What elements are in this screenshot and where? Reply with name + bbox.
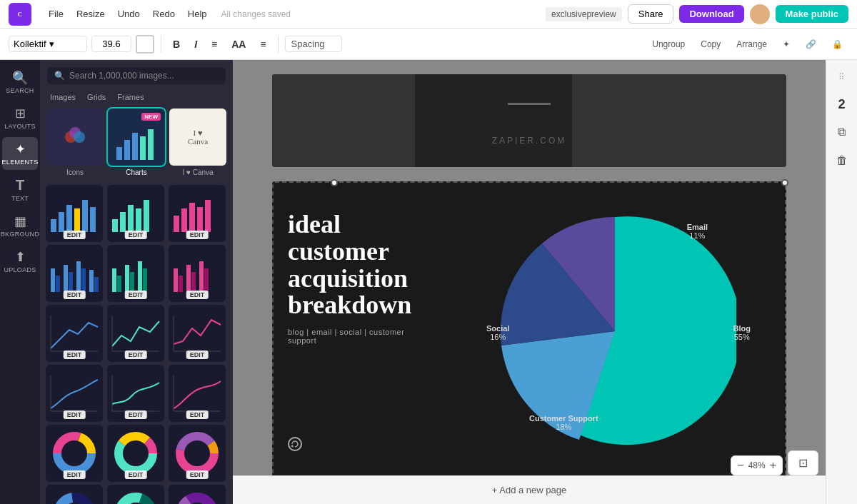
list-button[interactable]: ≡ — [255, 36, 271, 52]
lock-button[interactable]: 🔒 — [826, 37, 848, 51]
sidebar-item-text[interactable]: T TEXT — [2, 173, 38, 206]
element-charts[interactable]: NEW — [108, 109, 165, 166]
canvas-scroll[interactable]: ZAPIER.COM ideal customer acquisition br… — [233, 60, 826, 475]
element-canva[interactable]: I ♥Canva — [169, 109, 226, 166]
share-button[interactable]: Share — [628, 4, 674, 24]
bold-button[interactable]: B — [168, 36, 185, 52]
canva-logo[interactable]: C — [9, 3, 31, 26]
svg-rect-44 — [199, 261, 204, 292]
copy-button[interactable]: Copy — [695, 37, 726, 51]
edit-badge[interactable]: EDIT — [186, 291, 209, 299]
edit-badge[interactable]: EDIT — [186, 231, 209, 239]
edit-badge[interactable]: EDIT — [125, 351, 147, 359]
toolbar: Kollektif ▾ B I ≡ AA ≡ Spacing Ungroup C… — [0, 29, 857, 60]
edit-badge[interactable]: EDIT — [125, 410, 147, 419]
view-controls: ⊡ — [788, 450, 818, 475]
font-selector[interactable]: Kollektif ▾ — [9, 36, 87, 52]
chart-curve-blue[interactable]: EDIT — [46, 365, 103, 422]
slide-main[interactable]: ideal customer acquisition breakdown blo… — [272, 181, 786, 475]
svg-rect-29 — [69, 272, 73, 292]
chart-line-pink[interactable]: EDIT — [169, 305, 226, 362]
edit-badge[interactable]: EDIT — [186, 470, 209, 479]
spacing-control[interactable]: Spacing — [285, 36, 342, 52]
edit-badge[interactable]: EDIT — [64, 351, 86, 359]
search-box[interactable]: 🔍 — [47, 67, 226, 84]
label-customer-support: Customer Support 18% — [529, 414, 598, 431]
handle-tl[interactable] — [331, 179, 338, 186]
sidebar-item-background[interactable]: ▦ BKGROUND — [2, 209, 38, 242]
edit-badge[interactable]: EDIT — [125, 470, 147, 479]
edit-badge[interactable]: EDIT — [64, 291, 86, 299]
add-page-bar[interactable]: + Add a new page — [233, 475, 826, 504]
chart-thumbnails-grid: EDIT EDIT — [40, 182, 233, 504]
chart-bar2-green[interactable]: EDIT — [107, 245, 164, 302]
italic-button[interactable]: I — [189, 36, 202, 52]
download-button[interactable]: Download — [679, 5, 743, 23]
sidebar-item-elements[interactable]: ✦ ELEMENTS — [2, 137, 38, 170]
pie-chart-container: Email 11% Social 16% Customer Support 18… — [493, 210, 736, 453]
svg-rect-14 — [82, 200, 88, 232]
edit-badge[interactable]: EDIT — [186, 410, 209, 419]
magic-button[interactable]: ✦ — [777, 37, 796, 51]
svg-rect-27 — [56, 276, 60, 292]
edit-badge[interactable]: EDIT — [64, 231, 86, 239]
svg-rect-43 — [191, 272, 196, 292]
rotate-icon[interactable] — [288, 437, 302, 451]
edit-badge[interactable]: EDIT — [64, 410, 86, 419]
save-status: All changes saved — [221, 9, 291, 19]
svg-rect-35 — [117, 276, 121, 292]
slide-bg-left — [272, 74, 415, 167]
chart-curve-pink[interactable]: EDIT — [169, 365, 226, 422]
svg-rect-41 — [179, 276, 183, 292]
chart-bar-green[interactable]: EDIT — [107, 185, 164, 242]
edit-badge[interactable]: EDIT — [64, 470, 86, 479]
chart-donut-teal[interactable]: EDIT — [107, 425, 164, 482]
make-public-button[interactable]: Make public — [776, 5, 848, 23]
edit-badge[interactable]: EDIT — [125, 231, 147, 239]
sidebar-item-search[interactable]: 🔍 SEARCH — [2, 66, 38, 99]
zoom-out-button[interactable]: − — [737, 459, 743, 472]
edit-badge[interactable]: EDIT — [186, 351, 209, 359]
menu-undo[interactable]: Undo — [112, 6, 146, 22]
search-input[interactable] — [69, 71, 219, 81]
element-icons[interactable] — [46, 109, 104, 166]
cat-images[interactable]: Images — [47, 91, 79, 103]
arrange-button[interactable]: Arrange — [731, 37, 773, 51]
ungroup-button[interactable]: Ungroup — [646, 37, 691, 51]
svg-point-69 — [189, 445, 206, 462]
avatar[interactable] — [750, 4, 770, 24]
menu-resize[interactable]: Resize — [71, 6, 111, 22]
edit-badge[interactable]: EDIT — [125, 291, 147, 299]
chart-ring-purple[interactable]: EDIT — [169, 485, 226, 504]
menu-file[interactable]: File — [43, 6, 69, 22]
chart-donut-purple[interactable]: EDIT — [169, 425, 226, 482]
cat-frames[interactable]: Frames — [114, 91, 146, 103]
sidebar-item-layouts[interactable]: ⊞ LAYOUTS — [2, 101, 38, 134]
align-button[interactable]: ≡ — [206, 36, 222, 52]
copy-page-button[interactable]: ⧉ — [831, 121, 853, 143]
chart-line-blue[interactable]: EDIT — [46, 305, 103, 362]
svg-rect-10 — [51, 219, 56, 232]
chart-bar2-pink[interactable]: EDIT — [169, 245, 226, 302]
link-button[interactable]: 🔗 — [800, 37, 822, 51]
chart-ring-blue[interactable]: EDIT — [46, 485, 103, 504]
chart-bar-pink[interactable]: EDIT — [169, 185, 226, 242]
chart-bar-blue[interactable]: EDIT — [46, 185, 103, 242]
color-picker[interactable] — [136, 35, 154, 54]
font-size-input[interactable] — [91, 36, 131, 52]
chart-bar2-blue[interactable]: EDIT — [46, 245, 103, 302]
menu-help[interactable]: Help — [182, 6, 213, 22]
chart-ring-teal[interactable]: EDIT — [107, 485, 164, 504]
zoom-in-button[interactable]: + — [770, 459, 776, 472]
caps-button[interactable]: AA — [226, 36, 251, 52]
menu-redo[interactable]: Redo — [147, 6, 181, 22]
delete-page-button[interactable]: 🗑 — [831, 149, 853, 172]
sidebar-item-uploads[interactable]: ⬆ UPLOADS — [2, 245, 38, 278]
cat-grids[interactable]: Grids — [84, 91, 109, 103]
grid-view-button[interactable]: ⠿ — [831, 66, 853, 89]
chart-curve-green[interactable]: EDIT — [107, 365, 164, 422]
chart-donut-multi[interactable]: EDIT — [46, 425, 103, 482]
slide-top[interactable]: ZAPIER.COM — [272, 74, 786, 167]
fit-screen-button[interactable]: ⊡ — [794, 454, 812, 472]
chart-line-green[interactable]: EDIT — [107, 305, 164, 362]
